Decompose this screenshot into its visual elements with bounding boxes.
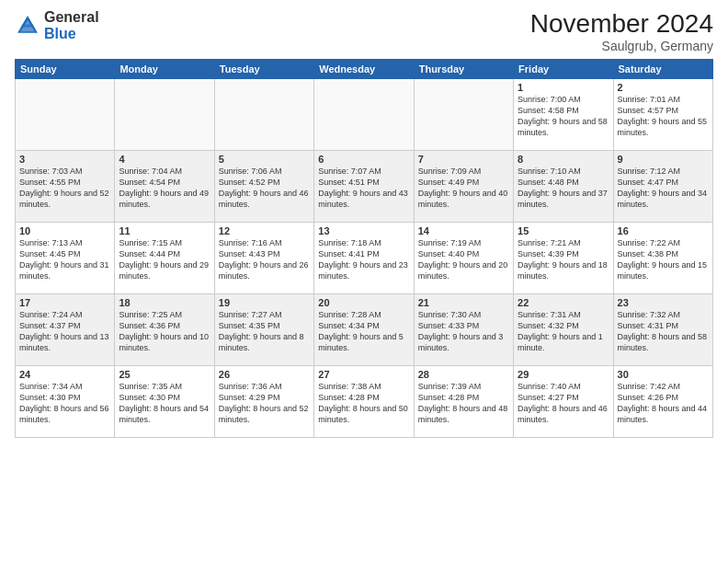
day-detail: Sunrise: 7:13 AM Sunset: 4:45 PM Dayligh… — [19, 237, 110, 282]
day-number: 15 — [518, 225, 609, 236]
day-detail: Sunrise: 7:38 AM Sunset: 4:28 PM Dayligh… — [318, 381, 409, 426]
week-row-2: 10Sunrise: 7:13 AM Sunset: 4:45 PM Dayli… — [16, 223, 713, 294]
day-number: 16 — [618, 225, 709, 236]
day-number: 11 — [119, 225, 210, 236]
calendar-cell — [414, 79, 513, 151]
day-detail: Sunrise: 7:30 AM Sunset: 4:33 PM Dayligh… — [418, 309, 509, 354]
weekday-header-monday: Monday — [115, 60, 214, 79]
weekday-header-saturday: Saturday — [613, 60, 712, 79]
day-detail: Sunrise: 7:03 AM Sunset: 4:55 PM Dayligh… — [19, 166, 110, 211]
weekday-header-row: SundayMondayTuesdayWednesdayThursdayFrid… — [16, 60, 713, 79]
day-number: 12 — [219, 225, 310, 236]
calendar-cell: 22Sunrise: 7:31 AM Sunset: 4:32 PM Dayli… — [514, 294, 613, 366]
calendar-cell: 17Sunrise: 7:24 AM Sunset: 4:37 PM Dayli… — [16, 294, 115, 366]
day-detail: Sunrise: 7:07 AM Sunset: 4:51 PM Dayligh… — [318, 166, 409, 211]
week-row-4: 24Sunrise: 7:34 AM Sunset: 4:30 PM Dayli… — [16, 366, 713, 438]
calendar-cell — [16, 79, 115, 151]
day-detail: Sunrise: 7:09 AM Sunset: 4:49 PM Dayligh… — [418, 166, 509, 211]
day-detail: Sunrise: 7:04 AM Sunset: 4:54 PM Dayligh… — [119, 166, 210, 211]
day-number: 24 — [19, 369, 110, 380]
day-detail: Sunrise: 7:36 AM Sunset: 4:29 PM Dayligh… — [219, 381, 310, 426]
day-number: 30 — [618, 369, 709, 380]
logo-general: General — [44, 9, 99, 26]
calendar-cell: 24Sunrise: 7:34 AM Sunset: 4:30 PM Dayli… — [16, 366, 115, 438]
day-number: 18 — [119, 297, 210, 308]
page: General Blue November 2024 Saulgrub, Ger… — [0, 0, 728, 563]
day-detail: Sunrise: 7:18 AM Sunset: 4:41 PM Dayligh… — [318, 237, 409, 282]
day-number: 25 — [119, 369, 210, 380]
day-number: 21 — [418, 297, 509, 308]
day-number: 28 — [418, 369, 509, 380]
day-number: 19 — [219, 297, 310, 308]
calendar-cell: 16Sunrise: 7:22 AM Sunset: 4:38 PM Dayli… — [613, 223, 712, 294]
calendar-cell: 12Sunrise: 7:16 AM Sunset: 4:43 PM Dayli… — [214, 223, 313, 294]
calendar-cell — [115, 79, 214, 151]
day-number: 1 — [518, 82, 609, 93]
week-row-1: 3Sunrise: 7:03 AM Sunset: 4:55 PM Daylig… — [16, 151, 713, 223]
day-number: 3 — [19, 154, 110, 165]
logo-icon — [15, 13, 40, 39]
day-number: 23 — [618, 297, 709, 308]
calendar-cell: 28Sunrise: 7:39 AM Sunset: 4:28 PM Dayli… — [414, 366, 513, 438]
location: Saulgrub, Germany — [530, 39, 713, 53]
day-number: 13 — [318, 225, 409, 236]
calendar-cell: 15Sunrise: 7:21 AM Sunset: 4:39 PM Dayli… — [514, 223, 613, 294]
calendar-cell: 10Sunrise: 7:13 AM Sunset: 4:45 PM Dayli… — [16, 223, 115, 294]
calendar-cell: 26Sunrise: 7:36 AM Sunset: 4:29 PM Dayli… — [214, 366, 313, 438]
calendar-cell: 13Sunrise: 7:18 AM Sunset: 4:41 PM Dayli… — [314, 223, 414, 294]
calendar-cell: 18Sunrise: 7:25 AM Sunset: 4:36 PM Dayli… — [115, 294, 214, 366]
day-number: 29 — [518, 369, 609, 380]
weekday-header-friday: Friday — [514, 60, 613, 79]
title-block: November 2024 Saulgrub, Germany — [530, 9, 713, 53]
day-detail: Sunrise: 7:10 AM Sunset: 4:48 PM Dayligh… — [518, 166, 609, 211]
calendar-cell: 14Sunrise: 7:19 AM Sunset: 4:40 PM Dayli… — [414, 223, 513, 294]
calendar-cell: 1Sunrise: 7:00 AM Sunset: 4:58 PM Daylig… — [514, 79, 613, 151]
day-number: 2 — [618, 82, 709, 93]
day-number: 5 — [219, 154, 310, 165]
calendar-cell: 6Sunrise: 7:07 AM Sunset: 4:51 PM Daylig… — [314, 151, 414, 223]
calendar-cell — [314, 79, 414, 151]
logo-blue: Blue — [44, 26, 99, 42]
calendar-cell: 20Sunrise: 7:28 AM Sunset: 4:34 PM Dayli… — [314, 294, 414, 366]
calendar-cell: 5Sunrise: 7:06 AM Sunset: 4:52 PM Daylig… — [214, 151, 313, 223]
day-detail: Sunrise: 7:12 AM Sunset: 4:47 PM Dayligh… — [618, 166, 709, 211]
day-detail: Sunrise: 7:21 AM Sunset: 4:39 PM Dayligh… — [518, 237, 609, 282]
day-detail: Sunrise: 7:31 AM Sunset: 4:32 PM Dayligh… — [518, 309, 609, 354]
calendar-cell — [214, 79, 313, 151]
day-detail: Sunrise: 7:39 AM Sunset: 4:28 PM Dayligh… — [418, 381, 509, 426]
calendar-cell: 25Sunrise: 7:35 AM Sunset: 4:30 PM Dayli… — [115, 366, 214, 438]
day-detail: Sunrise: 7:16 AM Sunset: 4:43 PM Dayligh… — [219, 237, 310, 282]
calendar-cell: 27Sunrise: 7:38 AM Sunset: 4:28 PM Dayli… — [314, 366, 414, 438]
day-number: 14 — [418, 225, 509, 236]
day-number: 10 — [19, 225, 110, 236]
day-detail: Sunrise: 7:27 AM Sunset: 4:35 PM Dayligh… — [219, 309, 310, 354]
svg-rect-2 — [22, 24, 33, 27]
day-number: 17 — [19, 297, 110, 308]
calendar-cell: 7Sunrise: 7:09 AM Sunset: 4:49 PM Daylig… — [414, 151, 513, 223]
day-detail: Sunrise: 7:00 AM Sunset: 4:58 PM Dayligh… — [518, 94, 609, 139]
calendar-cell: 29Sunrise: 7:40 AM Sunset: 4:27 PM Dayli… — [514, 366, 613, 438]
day-detail: Sunrise: 7:40 AM Sunset: 4:27 PM Dayligh… — [518, 381, 609, 426]
day-number: 7 — [418, 154, 509, 165]
calendar-cell: 21Sunrise: 7:30 AM Sunset: 4:33 PM Dayli… — [414, 294, 513, 366]
day-detail: Sunrise: 7:28 AM Sunset: 4:34 PM Dayligh… — [318, 309, 409, 354]
header: General Blue November 2024 Saulgrub, Ger… — [15, 9, 713, 53]
day-number: 9 — [618, 154, 709, 165]
day-detail: Sunrise: 7:06 AM Sunset: 4:52 PM Dayligh… — [219, 166, 310, 211]
calendar-cell: 11Sunrise: 7:15 AM Sunset: 4:44 PM Dayli… — [115, 223, 214, 294]
calendar: SundayMondayTuesdayWednesdayThursdayFrid… — [15, 59, 713, 438]
calendar-cell: 2Sunrise: 7:01 AM Sunset: 4:57 PM Daylig… — [613, 79, 712, 151]
calendar-cell: 4Sunrise: 7:04 AM Sunset: 4:54 PM Daylig… — [115, 151, 214, 223]
day-number: 8 — [518, 154, 609, 165]
day-detail: Sunrise: 7:32 AM Sunset: 4:31 PM Dayligh… — [618, 309, 709, 354]
day-detail: Sunrise: 7:25 AM Sunset: 4:36 PM Dayligh… — [119, 309, 210, 354]
logo: General Blue — [15, 9, 99, 41]
calendar-cell: 9Sunrise: 7:12 AM Sunset: 4:47 PM Daylig… — [613, 151, 712, 223]
week-row-0: 1Sunrise: 7:00 AM Sunset: 4:58 PM Daylig… — [16, 79, 713, 151]
weekday-header-sunday: Sunday — [16, 60, 115, 79]
month-title: November 2024 — [530, 9, 713, 39]
day-detail: Sunrise: 7:15 AM Sunset: 4:44 PM Dayligh… — [119, 237, 210, 282]
calendar-cell: 19Sunrise: 7:27 AM Sunset: 4:35 PM Dayli… — [214, 294, 313, 366]
calendar-cell: 8Sunrise: 7:10 AM Sunset: 4:48 PM Daylig… — [514, 151, 613, 223]
day-number: 26 — [219, 369, 310, 380]
